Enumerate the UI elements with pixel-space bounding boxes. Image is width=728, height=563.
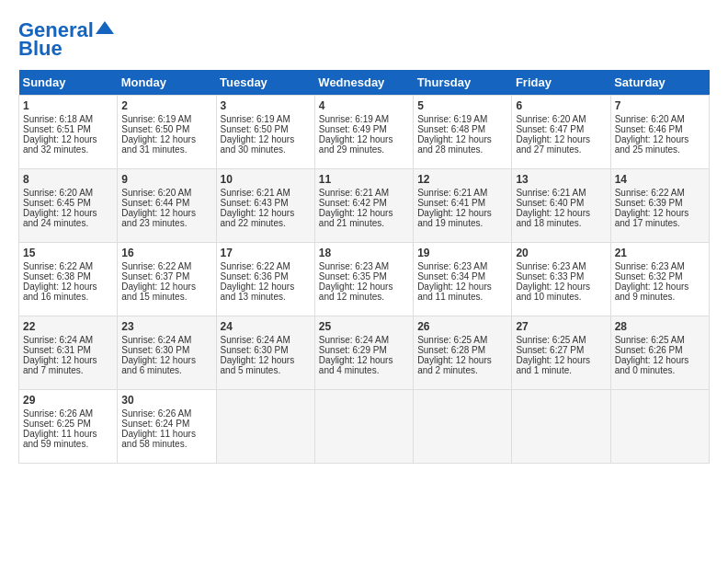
daylight: Daylight: 12 hours	[121, 282, 196, 292]
day-number: 19	[417, 247, 507, 259]
daylight-extra: and 1 minute.	[516, 365, 572, 375]
day-number: 27	[516, 320, 606, 333]
daylight-extra: and 31 minutes.	[121, 144, 187, 155]
sunset: Sunset: 6:29 PM	[319, 345, 387, 355]
day-number: 26	[417, 320, 507, 333]
sunrise: Sunrise: 6:24 AM	[319, 335, 389, 345]
calendar-cell: 1 Sunrise: 6:18 AM Sunset: 6:51 PM Dayli…	[19, 96, 118, 169]
sunset: Sunset: 6:45 PM	[23, 198, 91, 208]
sunrise: Sunrise: 6:19 AM	[121, 114, 191, 124]
sunset: Sunset: 6:50 PM	[121, 124, 189, 134]
calendar-cell: 21 Sunrise: 6:23 AM Sunset: 6:32 PM Dayl…	[610, 243, 709, 316]
day-number: 21	[615, 247, 705, 259]
sunrise: Sunrise: 6:21 AM	[417, 188, 487, 198]
calendar-cell	[314, 390, 413, 464]
daylight: Daylight: 12 hours	[221, 208, 295, 218]
day-number: 30	[121, 394, 211, 407]
sunrise: Sunrise: 6:25 AM	[615, 335, 685, 345]
sunset: Sunset: 6:44 PM	[121, 198, 189, 208]
daylight-extra: and 28 minutes.	[417, 144, 483, 155]
calendar-header-row: SundayMondayTuesdayWednesdayThursdayFrid…	[19, 70, 710, 96]
calendar-cell: 2 Sunrise: 6:19 AM Sunset: 6:50 PM Dayli…	[118, 96, 216, 169]
sunrise: Sunrise: 6:25 AM	[417, 335, 487, 345]
sunset: Sunset: 6:27 PM	[516, 345, 584, 355]
day-number: 18	[319, 247, 409, 259]
day-number: 28	[615, 320, 705, 333]
day-number: 24	[221, 320, 311, 333]
calendar-week-5: 29 Sunrise: 6:26 AM Sunset: 6:25 PM Dayl…	[19, 390, 710, 464]
calendar-cell: 18 Sunrise: 6:23 AM Sunset: 6:35 PM Dayl…	[314, 243, 413, 316]
daylight: Daylight: 11 hours	[23, 429, 97, 439]
svg-marker-0	[96, 21, 114, 34]
calendar-cell	[216, 390, 314, 464]
sunset: Sunset: 6:46 PM	[615, 124, 683, 134]
day-number: 13	[516, 173, 606, 186]
calendar-cell	[414, 390, 512, 464]
daylight: Daylight: 12 hours	[23, 208, 97, 218]
calendar-cell: 9 Sunrise: 6:20 AM Sunset: 6:44 PM Dayli…	[118, 169, 216, 243]
calendar-cell: 27 Sunrise: 6:25 AM Sunset: 6:27 PM Dayl…	[512, 316, 610, 390]
day-number: 1	[23, 99, 113, 112]
sunset: Sunset: 6:50 PM	[221, 124, 289, 134]
sunrise: Sunrise: 6:24 AM	[23, 335, 93, 345]
daylight: Daylight: 12 hours	[319, 134, 393, 144]
calendar-cell: 24 Sunrise: 6:24 AM Sunset: 6:30 PM Dayl…	[216, 316, 314, 390]
sunrise: Sunrise: 6:19 AM	[319, 114, 389, 124]
page-header: General Blue	[18, 18, 710, 61]
calendar-cell: 22 Sunrise: 6:24 AM Sunset: 6:31 PM Dayl…	[19, 316, 118, 390]
sunset: Sunset: 6:39 PM	[615, 198, 683, 208]
sunrise: Sunrise: 6:20 AM	[121, 188, 191, 198]
day-number: 9	[121, 173, 211, 186]
daylight-extra: and 15 minutes.	[121, 292, 187, 302]
calendar-cell: 15 Sunrise: 6:22 AM Sunset: 6:38 PM Dayl…	[19, 243, 118, 316]
daylight: Daylight: 12 hours	[221, 355, 295, 365]
daylight: Daylight: 12 hours	[221, 282, 295, 292]
calendar-cell: 5 Sunrise: 6:19 AM Sunset: 6:48 PM Dayli…	[414, 96, 512, 169]
day-number: 6	[516, 99, 606, 112]
daylight: Daylight: 12 hours	[23, 134, 97, 144]
logo-icon	[96, 21, 114, 34]
sunset: Sunset: 6:37 PM	[121, 271, 189, 282]
daylight-extra: and 27 minutes.	[516, 144, 581, 155]
sunrise: Sunrise: 6:24 AM	[121, 335, 191, 345]
sunset: Sunset: 6:28 PM	[417, 345, 485, 355]
sunrise: Sunrise: 6:22 AM	[23, 261, 93, 271]
daylight: Daylight: 12 hours	[417, 355, 492, 365]
daylight: Daylight: 12 hours	[121, 208, 196, 218]
logo: General Blue	[18, 18, 114, 61]
calendar-cell: 28 Sunrise: 6:25 AM Sunset: 6:26 PM Dayl…	[610, 316, 709, 390]
daylight: Daylight: 12 hours	[417, 282, 492, 292]
calendar-cell: 29 Sunrise: 6:26 AM Sunset: 6:25 PM Dayl…	[19, 390, 118, 464]
sunset: Sunset: 6:47 PM	[516, 124, 584, 134]
daylight-extra: and 17 minutes.	[615, 218, 680, 228]
day-number: 4	[319, 99, 409, 112]
sunrise: Sunrise: 6:22 AM	[121, 261, 191, 271]
daylight: Daylight: 12 hours	[516, 282, 590, 292]
logo-blue: Blue	[18, 37, 63, 61]
daylight-extra: and 4 minutes.	[319, 365, 380, 375]
daylight-extra: and 21 minutes.	[319, 218, 384, 228]
day-number: 12	[417, 173, 507, 186]
day-header-sunday: Sunday	[19, 70, 118, 96]
sunset: Sunset: 6:30 PM	[121, 345, 189, 355]
day-number: 11	[319, 173, 409, 186]
daylight-extra: and 22 minutes.	[221, 218, 286, 228]
calendar-cell: 17 Sunrise: 6:22 AM Sunset: 6:36 PM Dayl…	[216, 243, 314, 316]
daylight: Daylight: 12 hours	[319, 355, 393, 365]
sunrise: Sunrise: 6:21 AM	[319, 188, 389, 198]
calendar-week-1: 1 Sunrise: 6:18 AM Sunset: 6:51 PM Dayli…	[19, 96, 710, 169]
day-header-thursday: Thursday	[414, 70, 512, 96]
day-number: 15	[23, 247, 113, 259]
daylight-extra: and 11 minutes.	[417, 292, 483, 302]
daylight-extra: and 12 minutes.	[319, 292, 384, 302]
sunrise: Sunrise: 6:20 AM	[516, 114, 586, 124]
calendar-cell	[512, 390, 610, 464]
sunset: Sunset: 6:49 PM	[319, 124, 387, 134]
daylight: Daylight: 12 hours	[121, 134, 196, 144]
calendar-cell: 14 Sunrise: 6:22 AM Sunset: 6:39 PM Dayl…	[610, 169, 709, 243]
day-number: 29	[23, 394, 113, 407]
sunset: Sunset: 6:41 PM	[417, 198, 485, 208]
daylight-extra: and 16 minutes.	[23, 292, 88, 302]
sunset: Sunset: 6:25 PM	[23, 419, 91, 429]
sunrise: Sunrise: 6:20 AM	[615, 114, 685, 124]
